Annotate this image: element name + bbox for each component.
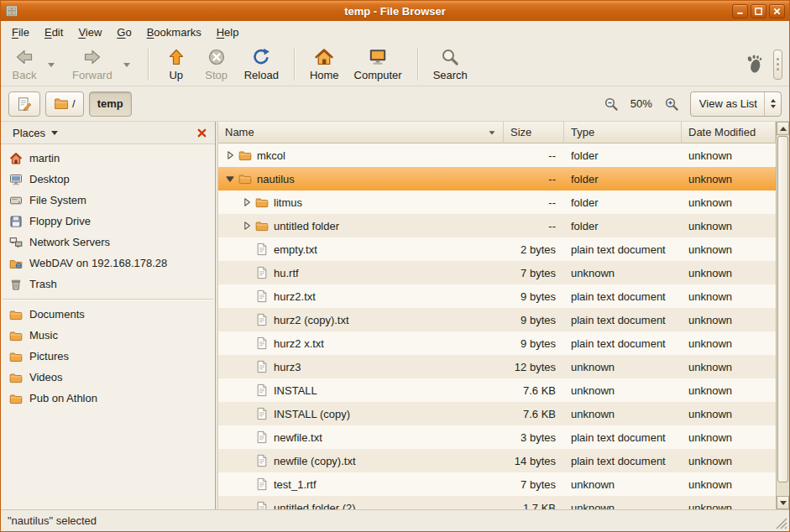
file-size: 7 bytes <box>504 261 564 284</box>
table-row-hurz3[interactable]: hurz312 bytesunknownunknown <box>218 355 776 378</box>
folder-icon <box>238 149 252 162</box>
gnome-foot-icon <box>744 54 765 75</box>
column-header-name[interactable]: Name <box>218 122 504 143</box>
reload-button[interactable]: Reload <box>237 44 286 85</box>
scrollbar-track[interactable] <box>777 135 789 496</box>
table-row-hurz2-x-txt[interactable]: hurz2 x.txt9 bytesplain text documentunk… <box>218 331 776 355</box>
spinner-up-icon <box>771 99 776 102</box>
table-row-untitled-folder[interactable]: untitled folder--folderunknown <box>218 214 776 237</box>
sidebar-item-network-servers[interactable]: Network Servers <box>1 232 215 253</box>
table-row-test-1-rtf[interactable]: test_1.rtf7 bytesunknownunknown <box>218 472 776 496</box>
file-name-cell: test_1.rtf <box>218 472 504 496</box>
sidebar-item-videos[interactable]: Videos <box>1 367 215 388</box>
close-button[interactable] <box>769 4 785 18</box>
zoom-in-button[interactable] <box>662 94 682 114</box>
sidebar-item-martin[interactable]: martin <box>1 148 215 169</box>
menu-file[interactable]: File <box>4 23 37 42</box>
sidebar-item-floppy-drive[interactable]: Floppy Drive <box>1 211 215 232</box>
table-row-hurz2-txt[interactable]: hurz2.txt9 bytesplain text documentunkno… <box>218 284 776 308</box>
table-row-litmus[interactable]: litmus--folderunknown <box>218 190 776 214</box>
file-name: INSTALL (copy) <box>274 408 350 420</box>
file-icon <box>255 243 269 256</box>
sidebar-close-button[interactable] <box>195 126 209 140</box>
sidebar-item-pictures[interactable]: Pictures <box>1 346 215 367</box>
computer-label: Computer <box>354 69 402 81</box>
path-button-root[interactable]: / <box>45 91 84 117</box>
sidebar-item-documents[interactable]: Documents <box>1 304 215 325</box>
table-row-empty-txt[interactable]: empty.txt2 bytesplain text documentunkno… <box>218 237 776 261</box>
file-size: 9 bytes <box>504 284 564 308</box>
places-list: martinDesktopFile SystemFloppy DriveNetw… <box>1 144 215 509</box>
table-row-install-copy[interactable]: INSTALL (copy)7.6 KBunknownunknown <box>218 402 776 425</box>
file-type: unknown <box>564 472 682 496</box>
expander-icon[interactable] <box>240 221 254 231</box>
search-button[interactable]: Search <box>426 44 475 85</box>
menu-edit[interactable]: Edit <box>37 23 71 42</box>
titlebar[interactable]: temp - File Browser <box>1 1 789 21</box>
file-size: 7.6 KB <box>504 402 564 425</box>
column-header-size[interactable]: Size <box>504 122 564 143</box>
list-header: NameSizeTypeDate Modified <box>218 122 776 143</box>
menu-go[interactable]: Go <box>109 23 139 42</box>
zoom-out-button[interactable] <box>601 94 621 114</box>
table-row-newfile-txt[interactable]: newfile.txt3 bytesplain text documentunk… <box>218 425 776 449</box>
folder-icon <box>255 196 269 209</box>
scroll-down-button[interactable] <box>777 496 789 509</box>
sidebar-item-trash[interactable]: Trash <box>1 274 215 295</box>
sidebar-item-pub-on-athlon[interactable]: Pub on Athlon <box>1 388 215 409</box>
vertical-scrollbar[interactable] <box>776 122 789 509</box>
minimize-button[interactable] <box>732 4 748 18</box>
table-row-mkcol[interactable]: mkcol--folderunknown <box>218 143 776 167</box>
scroll-up-button[interactable] <box>777 122 789 135</box>
menubar: FileEditViewGoBookmarksHelp <box>1 21 789 43</box>
menu-help[interactable]: Help <box>209 23 247 42</box>
file-icon <box>255 266 269 279</box>
sidebar-view-selector[interactable]: Places <box>9 125 61 141</box>
table-row-nautilus[interactable]: nautilus--folderunknown <box>218 167 776 190</box>
home-button[interactable]: Home <box>302 44 347 85</box>
table-row-untitled-folder-2[interactable]: untitled folder (2)1.7 KBunknownunknown <box>218 496 776 509</box>
table-row-hurz2-copy-txt[interactable]: hurz2 (copy).txt9 bytesplain text docume… <box>218 308 776 331</box>
resize-grip[interactable] <box>776 518 787 529</box>
sidebar-item-file-system[interactable]: File System <box>1 190 215 211</box>
stop-label: Stop <box>205 69 228 81</box>
file-name: INSTALL <box>274 384 317 397</box>
view-as-selector[interactable]: View as List <box>690 91 782 117</box>
file-type: unknown <box>564 402 682 425</box>
file-icon <box>255 289 269 303</box>
column-header-type[interactable]: Type <box>564 122 682 143</box>
sidebar-item-webdav-on-192-168-178-28[interactable]: WebDAV on 192.168.178.28 <box>1 253 215 274</box>
table-row-install[interactable]: INSTALL7.6 KBunknownunknown <box>218 378 776 402</box>
expander-icon[interactable] <box>223 150 237 160</box>
file-icon <box>255 383 269 397</box>
file-date: unknown <box>682 284 776 308</box>
toggle-location-entry-button[interactable] <box>8 91 40 117</box>
file-name-cell: INSTALL (copy) <box>218 402 504 425</box>
search-label: Search <box>433 69 468 81</box>
sidebar-item-music[interactable]: Music <box>1 325 215 346</box>
file-size: -- <box>504 143 564 167</box>
sidebar-item-desktop[interactable]: Desktop <box>1 169 215 190</box>
file-name-cell: untitled folder <box>218 214 504 237</box>
expander-icon[interactable] <box>223 174 237 184</box>
table-row-hu-rtf[interactable]: hu.rtf7 bytesunknownunknown <box>218 261 776 284</box>
table-row-newfile-copy-txt[interactable]: newfile (copy).txt14 bytesplain text doc… <box>218 449 776 472</box>
file-type: plain text document <box>564 284 682 308</box>
path-button-temp[interactable]: temp <box>89 91 132 117</box>
menu-view[interactable]: View <box>71 23 109 42</box>
folder-icon <box>238 172 252 185</box>
file-date: unknown <box>682 449 776 472</box>
menu-bookmarks[interactable]: Bookmarks <box>139 23 209 42</box>
place-label: Music <box>29 329 58 342</box>
file-type: plain text document <box>564 425 682 449</box>
file-type: folder <box>564 167 682 190</box>
toolbar-overflow-handle[interactable] <box>773 50 782 80</box>
column-header-date-modified[interactable]: Date Modified <box>682 122 776 143</box>
up-button[interactable]: Up <box>156 44 196 85</box>
toolbar-separator <box>148 49 149 81</box>
scrollbar-thumb[interactable] <box>777 136 788 482</box>
expander-icon[interactable] <box>240 197 254 207</box>
maximize-button[interactable] <box>751 4 766 18</box>
computer-button[interactable]: Computer <box>347 44 410 85</box>
place-label: martin <box>29 152 60 164</box>
